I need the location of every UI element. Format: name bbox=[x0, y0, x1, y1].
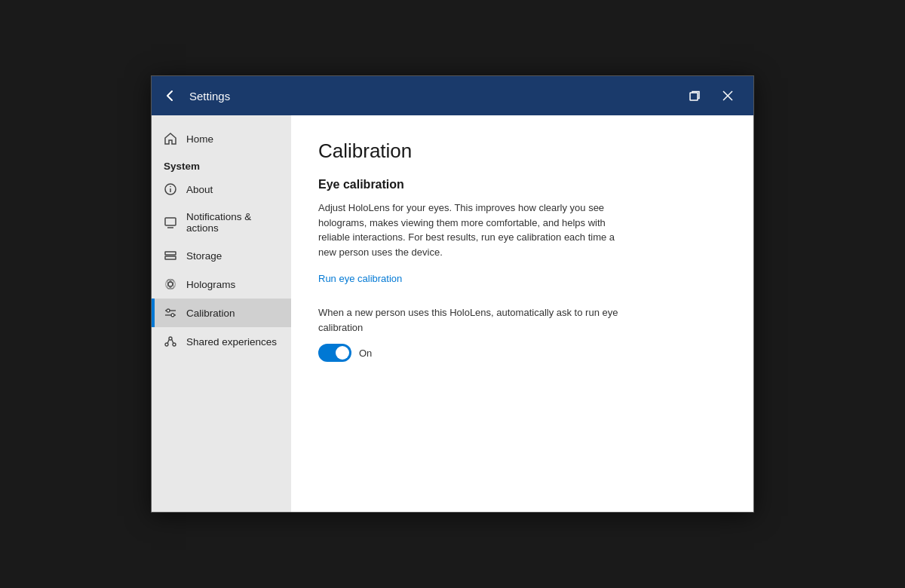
toggle-thumb bbox=[336, 346, 349, 360]
toggle-label: When a new person uses this HoloLens, au… bbox=[318, 305, 635, 335]
toggle-row: On bbox=[318, 344, 726, 362]
sidebar-item-calibration-label: Calibration bbox=[186, 308, 235, 319]
toggle-track bbox=[318, 344, 351, 362]
sidebar-item-shared[interactable]: Shared experiences bbox=[152, 327, 291, 356]
svg-point-5 bbox=[170, 186, 171, 188]
svg-point-16 bbox=[167, 309, 170, 312]
svg-point-18 bbox=[169, 337, 172, 340]
sidebar-item-home-label: Home bbox=[186, 133, 213, 145]
page-title: Calibration bbox=[318, 139, 726, 163]
main-content: Calibration Eye calibration Adjust HoloL… bbox=[291, 115, 753, 512]
settings-window: Settings bbox=[151, 75, 754, 513]
about-icon bbox=[164, 182, 177, 196]
window-title: Settings bbox=[189, 90, 681, 103]
svg-point-17 bbox=[171, 314, 174, 317]
toggle-state-text: On bbox=[359, 348, 372, 359]
toggle-section: When a new person uses this HoloLens, au… bbox=[318, 305, 726, 362]
sidebar-item-storage[interactable]: Storage bbox=[152, 241, 291, 270]
svg-rect-0 bbox=[690, 93, 698, 100]
sidebar-item-holograms-label: Holograms bbox=[186, 279, 235, 290]
window-body: Home System About bbox=[152, 115, 753, 512]
sidebar-item-home[interactable]: Home bbox=[152, 124, 291, 153]
window-controls bbox=[681, 82, 741, 109]
sidebar-item-about[interactable]: About bbox=[152, 175, 291, 204]
svg-rect-9 bbox=[165, 256, 176, 259]
svg-rect-8 bbox=[165, 252, 176, 255]
section-title: Eye calibration bbox=[318, 178, 726, 191]
sidebar-item-shared-label: Shared experiences bbox=[186, 336, 277, 348]
svg-line-21 bbox=[167, 340, 169, 344]
back-button[interactable] bbox=[164, 89, 177, 103]
sidebar-item-calibration[interactable]: Calibration bbox=[152, 299, 291, 327]
sidebar-item-notifications-label: Notifications & actions bbox=[186, 211, 279, 234]
sidebar-item-holograms[interactable]: Holograms bbox=[152, 270, 291, 299]
run-calibration-link[interactable]: Run eye calibration bbox=[318, 273, 402, 284]
auto-calibration-toggle[interactable] bbox=[318, 344, 351, 362]
sidebar-item-notifications[interactable]: Notifications & actions bbox=[152, 204, 291, 241]
svg-point-20 bbox=[173, 343, 176, 346]
sidebar-section-system: System bbox=[152, 153, 291, 175]
close-button[interactable] bbox=[714, 82, 741, 109]
svg-line-22 bbox=[172, 340, 173, 344]
svg-rect-6 bbox=[165, 218, 176, 225]
restore-button[interactable] bbox=[681, 82, 708, 109]
titlebar: Settings bbox=[152, 76, 753, 115]
sidebar-item-storage-label: Storage bbox=[186, 250, 222, 262]
holograms-icon bbox=[164, 277, 177, 291]
sidebar-item-about-label: About bbox=[186, 184, 213, 195]
svg-point-19 bbox=[165, 343, 168, 346]
notifications-icon bbox=[164, 216, 177, 229]
shared-icon bbox=[164, 335, 177, 348]
calibration-icon bbox=[164, 306, 177, 320]
sidebar: Home System About bbox=[152, 115, 291, 512]
storage-icon bbox=[164, 249, 177, 262]
description-text: Adjust HoloLens for your eyes. This impr… bbox=[318, 201, 635, 259]
home-icon bbox=[164, 132, 177, 145]
